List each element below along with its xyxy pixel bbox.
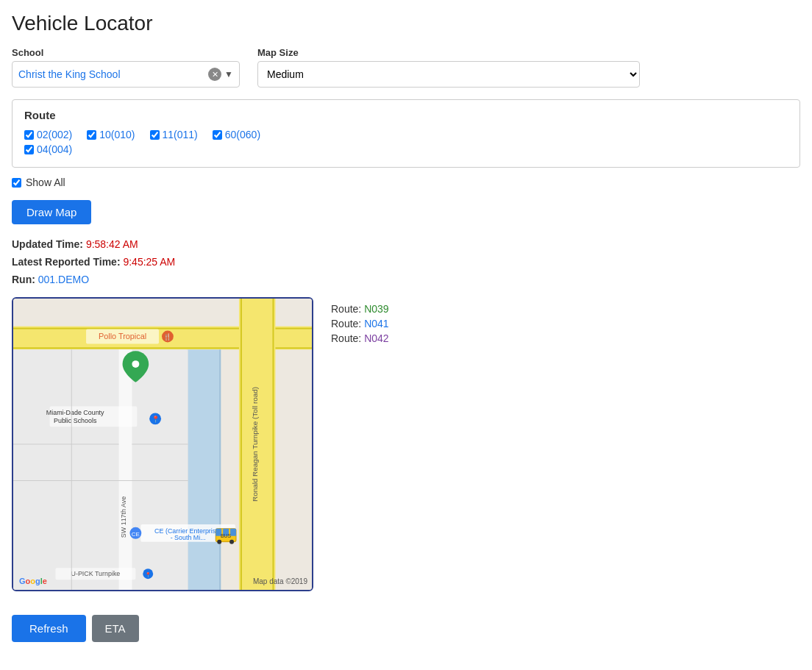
svg-text:Miami-Dade County: Miami-Dade County (46, 410, 104, 417)
route-checkbox-60[interactable] (213, 130, 222, 140)
eta-button[interactable]: ETA (92, 615, 139, 642)
svg-rect-6 (241, 299, 242, 590)
show-all-checkbox[interactable] (12, 178, 21, 188)
show-all-row: Show All (12, 177, 800, 188)
updated-time-value: 9:58:42 AM (86, 238, 138, 250)
svg-rect-11 (13, 350, 188, 591)
legend-value-n042: N042 (364, 332, 388, 344)
route-item-10[interactable]: 10(010) (87, 129, 135, 140)
run-row: Run: 001.DEMO (12, 271, 800, 289)
route-checkbox-04[interactable] (24, 145, 34, 154)
route-label-10: 10(010) (99, 129, 135, 140)
latest-reported-label: Latest Reported Time: (12, 256, 121, 268)
google-logo: Google (19, 577, 47, 585)
route-checkboxes: 02(002) 10(010) 11(011) 60(060) 04(004) (24, 129, 788, 155)
refresh-button[interactable]: Refresh (12, 615, 86, 642)
legend-label-n042: Route: (331, 332, 364, 344)
legend-item-n042: Route: N042 (331, 332, 389, 344)
svg-point-20 (132, 361, 139, 368)
route-item-02[interactable]: 02(002) (24, 129, 72, 140)
school-clear-button[interactable]: ✕ (208, 68, 221, 81)
svg-text:CE: CE (132, 531, 140, 538)
legend-value-n039: N039 (364, 303, 388, 315)
draw-map-button[interactable]: Draw Map (12, 200, 91, 224)
svg-text:📍: 📍 (152, 416, 160, 424)
legend-label-n041: Route: (331, 318, 364, 329)
latest-reported-value: 9:45:25 AM (123, 256, 175, 268)
svg-text:Public Schools: Public Schools (54, 418, 97, 425)
map-container[interactable]: Ronald Reagan Turnpike (Toll road) SW 11… (12, 297, 313, 591)
legend-label-n039: Route: (331, 303, 364, 315)
route-checkbox-10[interactable] (87, 130, 96, 140)
route-checkbox-02[interactable] (24, 130, 34, 140)
route-section-title: Route (24, 109, 788, 121)
updated-time-row: Updated Time: 9:58:42 AM (12, 236, 800, 254)
school-name-value: Christ the King School (18, 68, 208, 80)
top-controls: School Christ the King School ✕ ▼ Map Si… (12, 47, 800, 88)
map-attribution: Map data ©2019 (253, 577, 307, 585)
map-svg: Ronald Reagan Turnpike (Toll road) SW 11… (13, 299, 312, 590)
svg-text:Pollo Tropical: Pollo Tropical (99, 332, 146, 341)
school-label: School (12, 47, 240, 58)
routes-legend: Route: N039 Route: N041 Route: N042 (331, 297, 389, 344)
route-item-04[interactable]: 04(004) (24, 143, 788, 155)
svg-text:- South Mi...: - South Mi... (171, 534, 206, 541)
updated-time-label: Updated Time: (12, 238, 83, 250)
bottom-buttons: Refresh ETA (12, 615, 800, 642)
route-label-04: 04(004) (37, 143, 72, 155)
map-and-routes: Ronald Reagan Turnpike (Toll road) SW 11… (12, 297, 800, 591)
svg-rect-12 (119, 350, 132, 591)
school-select-wrapper[interactable]: Christ the King School ✕ ▼ (12, 61, 240, 88)
route-label-60: 60(060) (225, 129, 260, 140)
svg-rect-8 (188, 350, 221, 591)
run-label: Run: (12, 274, 35, 285)
legend-item-n041: Route: N041 (331, 318, 389, 329)
legend-item-n039: Route: N039 (331, 303, 389, 315)
page-title: Vehicle Locator (12, 12, 800, 35)
map-size-field-group: Map Size Small Medium Large (257, 47, 640, 88)
svg-text:Ronald Reagan Turnpike (Toll r: Ronald Reagan Turnpike (Toll road) (251, 387, 259, 502)
svg-text:BUS: BUS (221, 533, 232, 538)
legend-value-n041: N041 (364, 318, 388, 329)
run-value: 001.DEMO (38, 274, 89, 285)
svg-point-36 (229, 540, 234, 544)
route-box: Route 02(002) 10(010) 11(011) 60(060) 04… (12, 99, 800, 168)
route-checkbox-11[interactable] (150, 130, 160, 140)
route-label-02: 02(002) (37, 129, 72, 140)
show-all-label[interactable]: Show All (26, 177, 65, 188)
school-dropdown-button[interactable]: ▼ (224, 69, 233, 79)
route-item-60[interactable]: 60(060) (213, 129, 260, 140)
svg-rect-10 (219, 350, 221, 591)
svg-point-35 (217, 540, 221, 544)
map-size-label: Map Size (257, 47, 640, 58)
svg-text:🍴: 🍴 (163, 333, 172, 342)
latest-reported-row: Latest Reported Time: 9:45:25 AM (12, 254, 800, 271)
map-size-select[interactable]: Small Medium Large (257, 61, 640, 88)
svg-rect-7 (272, 299, 274, 590)
svg-text:SW 117th Ave: SW 117th Ave (120, 496, 127, 538)
svg-text:U-PICK Turnpike: U-PICK Turnpike (71, 571, 121, 578)
info-section: Updated Time: 9:58:42 AM Latest Reported… (12, 236, 800, 288)
svg-text:📍: 📍 (145, 572, 152, 579)
route-label-11: 11(011) (163, 129, 198, 140)
school-field-group: School Christ the King School ✕ ▼ (12, 47, 240, 88)
route-item-11[interactable]: 11(011) (150, 129, 198, 140)
